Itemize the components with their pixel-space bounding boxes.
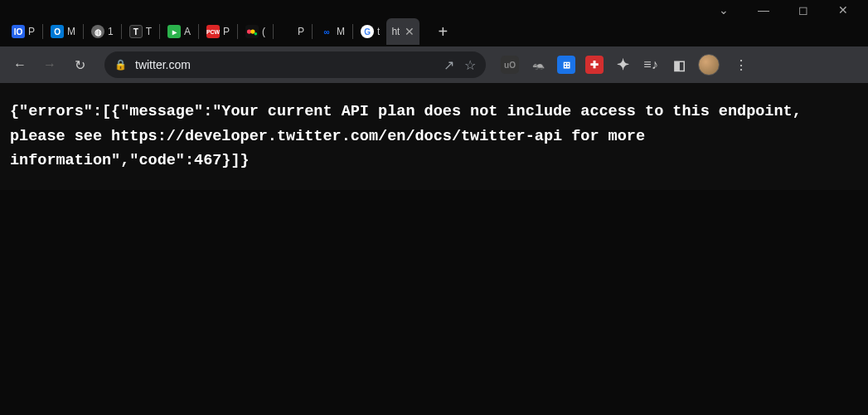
tab-separator (198, 24, 199, 39)
favicon-icon: ▸ (167, 25, 181, 38)
tab-separator (312, 24, 313, 39)
tab-separator (42, 24, 43, 39)
tab-separator (159, 24, 160, 39)
favicon-icon (281, 25, 294, 38)
browser-tab[interactable]: IOP (7, 18, 40, 45)
bookmark-icon[interactable]: ☆ (464, 57, 476, 73)
toolbar: ← → ↻ 🔒 twitter.com ↗ ☆ uO 🦡 ⊞ ✚ ✦ ≡♪ ◧ … (0, 46, 868, 83)
favicon-icon: IO (12, 25, 25, 38)
browser-tab[interactable]: P (276, 18, 309, 45)
tab-title: M (67, 26, 75, 37)
share-icon[interactable]: ↗ (444, 57, 454, 73)
tab-title: ( (262, 26, 265, 37)
forward-button[interactable]: → (38, 53, 61, 76)
url-actions: ↗ ☆ (444, 57, 476, 73)
tab-title: t (377, 26, 380, 37)
browser-tab[interactable]: ◍1 (86, 18, 119, 45)
badger-extension-icon[interactable]: 🦡 (529, 56, 547, 74)
tab-title: A (184, 26, 191, 37)
window-close-icon[interactable]: ✕ (835, 2, 851, 18)
favicon-icon: PCW (206, 25, 220, 38)
window-maximize-icon[interactable]: ◻ (795, 2, 812, 18)
media-control-icon[interactable]: ≡♪ (642, 56, 660, 74)
reload-button[interactable]: ↻ (68, 53, 91, 76)
browser-tab[interactable]: ( (240, 18, 270, 45)
favicon-icon (245, 25, 259, 38)
browser-tab[interactable]: Gt (356, 18, 385, 45)
json-response-body: {"errors":[{"message":"Your current API … (10, 100, 858, 173)
window-controls: ⌄ — ◻ ✕ (0, 0, 868, 17)
extensions-menu-icon[interactable]: ✦ (613, 56, 632, 74)
svg-point-2 (255, 32, 258, 36)
favicon-icon: ∞ (320, 25, 333, 38)
browser-tab[interactable]: PCWP (201, 18, 235, 45)
new-tab-button[interactable]: + (429, 22, 456, 42)
shield-extension-icon[interactable]: ✚ (585, 56, 604, 74)
svg-point-1 (250, 29, 255, 33)
favicon-icon: T (129, 25, 143, 38)
address-bar[interactable]: 🔒 twitter.com ↗ ☆ (104, 51, 486, 78)
lock-icon[interactable]: 🔒 (114, 59, 127, 71)
tab-title: ht (391, 26, 400, 37)
extensions-area: uO 🦡 ⊞ ✚ ✦ ≡♪ ◧ ⋮ (501, 54, 753, 76)
blue-extension-icon[interactable]: ⊞ (557, 56, 575, 74)
tab-title: T (146, 26, 152, 37)
tab-title: M (337, 26, 345, 37)
browser-tab[interactable]: ▸A (162, 18, 196, 45)
tab-separator (121, 24, 122, 39)
tab-title: P (223, 26, 230, 37)
profile-avatar[interactable] (698, 54, 720, 76)
chrome-menu-icon[interactable]: ⋮ (730, 57, 753, 73)
side-panel-icon[interactable]: ◧ (670, 56, 688, 74)
browser-tab-active[interactable]: ht ✕ (386, 18, 419, 45)
tab-separator (237, 24, 238, 39)
tab-close-icon[interactable]: ✕ (405, 25, 415, 38)
tab-title: P (28, 26, 35, 37)
tab-separator (273, 24, 274, 39)
tab-separator (352, 24, 353, 39)
favicon-icon: G (361, 25, 374, 38)
favicon-icon: ◍ (91, 25, 104, 38)
window-dropdown-icon[interactable]: ⌄ (715, 2, 732, 18)
ublock-extension-icon[interactable]: uO (501, 56, 519, 74)
window-minimize-icon[interactable]: — (755, 2, 772, 18)
browser-tab[interactable]: ∞M (315, 18, 350, 45)
favicon-icon: O (51, 25, 64, 38)
tab-strip: IOP OM ◍1 TT ▸A PCWP ( P ∞M Gt ht ✕ + (0, 17, 868, 46)
browser-tab[interactable]: OM (46, 18, 80, 45)
browser-tab[interactable]: TT (124, 18, 157, 45)
url-text: twitter.com (135, 58, 435, 71)
tab-separator (83, 24, 84, 39)
page-content: {"errors":[{"message":"Your current API … (0, 83, 868, 190)
tab-title: P (298, 26, 304, 37)
tab-title: 1 (108, 26, 114, 37)
back-button[interactable]: ← (8, 53, 32, 76)
